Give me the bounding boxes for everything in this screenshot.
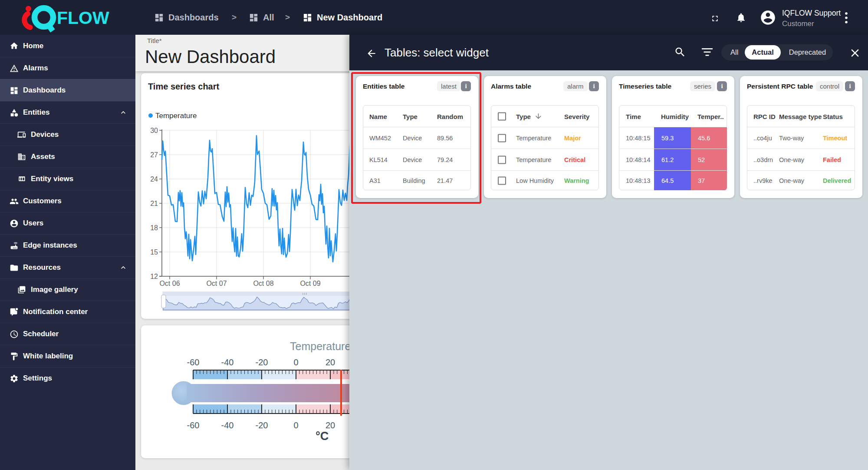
svg-text:FLOW: FLOW [57, 8, 109, 28]
svg-text:24: 24 [150, 175, 158, 183]
svg-text:20: 20 [326, 420, 335, 430]
svg-text:27: 27 [150, 151, 158, 159]
svg-text:-20: -20 [256, 420, 268, 430]
svg-text:30: 30 [150, 127, 158, 134]
svg-text:Oct 08: Oct 08 [253, 280, 273, 287]
svg-text:Temperature: Temperature [290, 340, 351, 352]
svg-text:15: 15 [150, 248, 158, 256]
svg-text:Temperature: Temperature [155, 112, 197, 120]
svg-text:0: 0 [293, 420, 298, 430]
svg-text:12: 12 [150, 273, 158, 280]
svg-text:-60: -60 [187, 420, 200, 430]
svg-text:Oct 09: Oct 09 [300, 280, 320, 287]
svg-text:-40: -40 [221, 420, 234, 430]
svg-text:Oct 07: Oct 07 [206, 280, 227, 287]
svg-text:-60: -60 [187, 357, 200, 367]
svg-text:-40: -40 [221, 357, 234, 367]
svg-text:0: 0 [293, 357, 298, 367]
svg-text:-20: -20 [256, 357, 268, 367]
svg-text:21: 21 [150, 200, 158, 207]
svg-text:18: 18 [150, 224, 158, 232]
svg-text:20: 20 [326, 357, 335, 367]
svg-text:Time series chart: Time series chart [148, 82, 220, 91]
svg-text:Oct 06: Oct 06 [159, 280, 180, 287]
svg-text:°C: °C [316, 430, 329, 443]
